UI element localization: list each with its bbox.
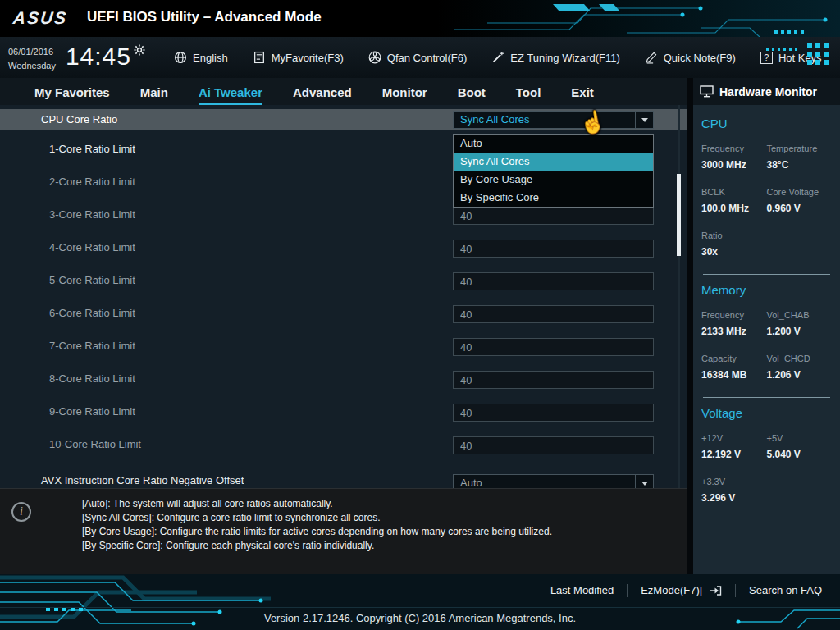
- info-icon: i: [11, 502, 31, 522]
- globe-icon: [174, 51, 187, 64]
- scrollbar-thumb[interactable]: [677, 174, 681, 256]
- cpu-core-ratio-label: CPU Core Ratio: [41, 109, 117, 130]
- tab-tool[interactable]: Tool: [516, 85, 541, 105]
- hm-metric: +12V 12.192 V: [701, 433, 767, 460]
- hm-section-voltage: Voltage: [701, 406, 832, 420]
- info-line: [Sync All Cores]: Configure a core ratio…: [82, 511, 552, 525]
- language-button[interactable]: English: [174, 51, 228, 64]
- help-info-panel: i [Auto]: The system will adjust all cor…: [0, 488, 687, 574]
- hm-section-memory: Memory: [701, 283, 832, 297]
- ezmode-button[interactable]: EzMode(F7)|: [628, 579, 735, 601]
- chevron-down-icon: [641, 482, 648, 486]
- tab-my-favorites[interactable]: My Favorites: [34, 85, 110, 105]
- cpu-core-ratio-dropdown-menu: Auto Sync All Cores By Core Usage By Spe…: [453, 134, 654, 208]
- footer: Last Modified EzMode(F7)| Search on FAQ …: [0, 574, 840, 630]
- hm-metric: Temperature 38°C: [767, 144, 833, 171]
- dropdown-option-by-core-usage[interactable]: By Core Usage: [454, 171, 653, 189]
- core-ratio-input-7[interactable]: [453, 338, 654, 356]
- core-ratio-input-8[interactable]: [453, 371, 654, 389]
- core-ratio-row-9: 9-Core Ratio Limit: [0, 395, 687, 428]
- hm-metric: Frequency 2133 MHz: [701, 310, 767, 337]
- avx-offset-select[interactable]: Auto: [453, 474, 654, 488]
- hm-metric: Frequency 3000 MHz: [701, 144, 767, 171]
- qfan-control-button[interactable]: Qfan Control(F6): [368, 51, 468, 64]
- hm-metric: Core Voltage 0.960 V: [767, 187, 833, 214]
- myfavorite-button[interactable]: MyFavorite(F3): [253, 51, 344, 64]
- fan-icon: [368, 51, 381, 64]
- ez-tuning-wizard-button[interactable]: EZ Tuning Wizard(F11): [491, 51, 619, 64]
- tab-main[interactable]: Main: [140, 85, 168, 105]
- note-pencil-icon: [645, 51, 658, 64]
- scrollbar-track[interactable]: [678, 105, 680, 488]
- tab-ai-tweaker[interactable]: Ai Tweaker: [199, 85, 262, 105]
- avx-offset-label: AVX Instruction Core Ratio Negative Offs…: [41, 469, 244, 488]
- info-line: [Auto]: The system will adjust all core …: [82, 497, 552, 511]
- core-ratio-row-7: 7-Core Ratio Limit: [0, 330, 687, 363]
- circuit-decoration-top: [454, 0, 840, 37]
- hm-metric: BCLK 100.0 MHz: [701, 187, 767, 214]
- nav-tabs: My Favorites Main Ai Tweaker Advanced Mo…: [0, 78, 687, 105]
- core-ratio-input-6[interactable]: [453, 305, 654, 323]
- tab-monitor[interactable]: Monitor: [382, 85, 427, 105]
- app-title: UEFI BIOS Utility – Advanced Mode: [87, 9, 322, 25]
- cpu-core-ratio-value: Sync All Cores: [454, 112, 635, 128]
- cpu-core-ratio-select[interactable]: Sync All Cores: [453, 111, 654, 129]
- hm-metric: Vol_CHAB 1.200 V: [767, 310, 833, 337]
- toolbar-items: English MyFavorite(F3): [174, 37, 822, 78]
- info-line: [By Core Usage]: Configure the ratio lim…: [82, 525, 552, 539]
- settings-pane: CPU Core Ratio Sync All Cores 1-Core Rat…: [0, 105, 687, 488]
- quick-note-label: Quick Note(F9): [664, 52, 736, 64]
- hardware-monitor-header: Hardware Monitor: [693, 78, 840, 105]
- core-ratio-input-10[interactable]: [453, 436, 654, 454]
- myfavorite-label: MyFavorite(F3): [272, 52, 344, 64]
- last-modified-button[interactable]: Last Modified: [537, 579, 627, 601]
- language-label: English: [193, 52, 228, 64]
- tab-exit[interactable]: Exit: [571, 85, 594, 105]
- hardware-monitor-panel: Hardware Monitor CPU Frequency 3000 MHz …: [693, 78, 840, 574]
- clock-date: 06/01/2016: [8, 45, 56, 59]
- asus-logo: ASUS: [12, 8, 69, 28]
- clock-weekday: Wednesday: [8, 59, 56, 73]
- hm-section-cpu: CPU: [701, 116, 832, 130]
- monitor-icon: [700, 85, 714, 98]
- exit-arrow-icon: [709, 585, 722, 596]
- core-ratio-input-9[interactable]: [453, 404, 654, 422]
- divider: [0, 607, 840, 608]
- wand-icon: [491, 51, 504, 64]
- dropdown-option-by-specific-core[interactable]: By Specific Core: [454, 189, 653, 207]
- core-ratio-row-10: 10-Core Ratio Limit: [0, 428, 687, 461]
- bios-screen: ASUS UEFI BIOS Utility – Advanced Mode: [0, 0, 840, 630]
- version-text: Version 2.17.1246. Copyright (C) 2016 Am…: [0, 612, 840, 624]
- topbar: ASUS UEFI BIOS Utility – Advanced Mode: [0, 0, 840, 37]
- hardware-monitor-title: Hardware Monitor: [719, 85, 817, 98]
- core-ratio-input-3[interactable]: [453, 207, 654, 225]
- quick-note-button[interactable]: Quick Note(F9): [645, 51, 736, 64]
- toolbar: 06/01/2016 Wednesday 14:45: [0, 37, 840, 78]
- divider: [703, 397, 830, 398]
- core-ratio-row-6: 6-Core Ratio Limit: [0, 297, 687, 330]
- clock-time: 14:45: [66, 43, 131, 71]
- avx-offset-row: AVX Instruction Core Ratio Negative Offs…: [0, 469, 687, 488]
- hm-metric: Capacity 16384 MB: [701, 354, 767, 381]
- hm-metric: Vol_CHCD 1.206 V: [767, 354, 833, 381]
- hm-metric: +3.3V 3.296 V: [701, 477, 767, 504]
- divider: [703, 274, 830, 275]
- circuit-decoration-toolbar: [765, 39, 838, 78]
- core-ratio-row-4: 4-Core Ratio Limit: [0, 231, 687, 264]
- gear-icon[interactable]: [134, 44, 145, 56]
- tab-advanced[interactable]: Advanced: [293, 85, 352, 105]
- core-ratio-input-4[interactable]: [453, 240, 654, 258]
- tab-boot[interactable]: Boot: [458, 85, 486, 105]
- hm-metric: Ratio 30x: [701, 231, 767, 258]
- ez-tuning-label: EZ Tuning Wizard(F11): [510, 52, 619, 64]
- dropdown-option-auto[interactable]: Auto: [454, 135, 653, 153]
- favorite-document-icon: [253, 51, 266, 64]
- dropdown-option-sync-all-cores[interactable]: Sync All Cores: [454, 153, 653, 171]
- info-line: [By Specific Core]: Configure each physi…: [82, 539, 552, 553]
- chevron-down-icon: [641, 118, 648, 122]
- search-faq-button[interactable]: Search on FAQ: [736, 579, 835, 601]
- core-ratio-input-5[interactable]: [453, 272, 654, 290]
- core-ratio-row-8: 8-Core Ratio Limit: [0, 363, 687, 395]
- cpu-core-ratio-row[interactable]: CPU Core Ratio Sync All Cores: [0, 109, 687, 130]
- clock: 06/01/2016 Wednesday 14:45: [8, 43, 145, 72]
